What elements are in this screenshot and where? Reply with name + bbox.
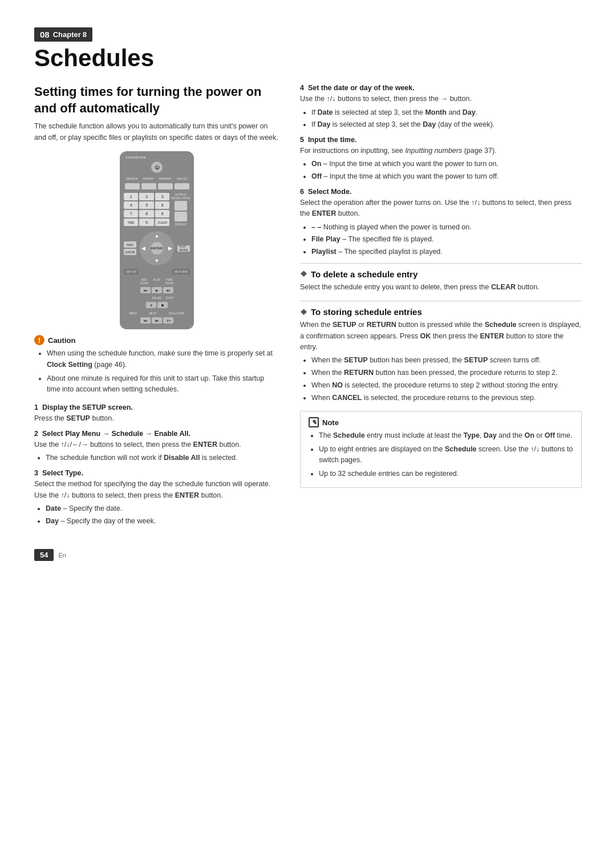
left-column: Setting times for turning the power on a… bbox=[34, 84, 279, 532]
arrow-down: ▼ bbox=[155, 258, 160, 264]
remote-body: STANDBY/ON ⏻ SEARCHREPEATMEMORYRECALL bbox=[120, 151, 194, 329]
num-time: TIME bbox=[124, 219, 138, 226]
note-icon: ✎ bbox=[309, 417, 319, 427]
search-button bbox=[125, 183, 140, 189]
step-3: 3 Select Type. Select the method for spe… bbox=[34, 469, 279, 526]
num-clear: CLEAR bbox=[155, 219, 169, 226]
to-store-title: To storing schedule entries bbox=[311, 307, 422, 317]
step-5: 5 Input the time. For instructions on in… bbox=[300, 136, 582, 182]
to-delete-body: Select the schedule entry you want to de… bbox=[300, 282, 582, 293]
num-7: 7 bbox=[124, 210, 138, 217]
step-5-body: For instructions on inputting, see Input… bbox=[300, 146, 582, 156]
still-step-button: ⏸▶ bbox=[163, 317, 173, 324]
page-title: Schedules bbox=[34, 45, 582, 71]
remote-control-illustration: STANDBY/ON ⏻ SEARCHREPEATMEMORYRECALL bbox=[34, 151, 279, 329]
note-header: ✎ Note bbox=[309, 417, 573, 427]
to-store-item-return: When the RETURN button has been pressed,… bbox=[311, 368, 582, 378]
function-buttons-row bbox=[124, 183, 190, 189]
page-layout: 08 Chapter 8 Schedules Setting times for… bbox=[34, 27, 582, 561]
numpad-area: 1 2 3 4 5 6 7 8 9 TIME 0 CLEAR bbox=[124, 193, 190, 226]
arrow-right: ▶ bbox=[168, 245, 172, 251]
setup-return-row: SETUP RETURN bbox=[124, 269, 190, 274]
arrow-up: ▲ bbox=[155, 233, 160, 239]
step-6-list: – – Nothing is played when the power is … bbox=[300, 222, 582, 257]
pause-stop-row: ⏸ ⏹ bbox=[124, 302, 190, 308]
caution-item-1: When using the schedule function, make s… bbox=[47, 348, 279, 370]
prev-next-labels: PREV NEXT STILL/STEP bbox=[124, 312, 190, 315]
chapter-word: 8 bbox=[83, 30, 87, 39]
divider-1 bbox=[300, 263, 582, 264]
num-4: 4 bbox=[124, 201, 138, 209]
output-resolution-label: OUTPUTRESOLUTION bbox=[171, 193, 190, 200]
step-5-heading: 5 Input the time. bbox=[300, 136, 582, 144]
display-button bbox=[175, 212, 187, 221]
to-store-intro: When the SETUP or RETURN button is press… bbox=[300, 320, 582, 353]
rev-scan-button: ⏮ bbox=[140, 287, 151, 293]
caution-label: Caution bbox=[48, 336, 75, 345]
caution-box: ! Caution When using the schedule functi… bbox=[34, 335, 279, 395]
nav-area: NAVI GATOR ▲ ▼ ◀ ▶ ENTER PLAYMODE bbox=[124, 230, 190, 266]
step-4-item-day: If Day is selected at step 3, set the Da… bbox=[311, 119, 582, 130]
step-2-list: The schedule function will not work if D… bbox=[34, 453, 279, 463]
section-title: Setting times for turning the power on a… bbox=[34, 84, 279, 116]
num-0: 0 bbox=[139, 219, 154, 226]
step-4-heading: 4 Set the date or day of the week. bbox=[300, 84, 582, 92]
to-store-heading: ❖ To storing schedule entries bbox=[300, 307, 582, 317]
step-4-body: Use the ↑/↓ buttons to select, then pres… bbox=[300, 94, 582, 104]
step-6: 6 Select Mode. Select the operation afte… bbox=[300, 188, 582, 257]
nav-label-center bbox=[139, 269, 172, 274]
standby-button: ⏻ bbox=[151, 161, 163, 173]
caution-header: ! Caution bbox=[34, 335, 279, 345]
step-4-list: If Date is selected at step 3, set the M… bbox=[300, 107, 582, 131]
two-column-layout: Setting times for turning the power on a… bbox=[34, 84, 582, 532]
recall-button bbox=[175, 183, 189, 189]
numpad: 1 2 3 4 5 6 7 8 9 TIME 0 CLEAR bbox=[124, 193, 169, 226]
diamond-icon-2: ❖ bbox=[300, 308, 307, 317]
standby-label: STANDBY/ON bbox=[124, 156, 145, 159]
next-button: ⏭ bbox=[152, 317, 162, 324]
step-6-item-fileplay: File Play – The specified file is played… bbox=[311, 234, 582, 245]
diamond-icon-1: ❖ bbox=[300, 269, 307, 278]
step-1: 1 Display the SETUP screen. Press the SE… bbox=[34, 403, 279, 424]
num-6: 6 bbox=[155, 201, 169, 209]
step-5-item-on: On – Input the time at which you want th… bbox=[311, 159, 582, 169]
divider-2 bbox=[300, 301, 582, 301]
note-item-2: Up to eight entries are displayed on the… bbox=[319, 444, 573, 466]
to-delete-title: To delete a schedule entry bbox=[311, 269, 418, 279]
num-3: 3 bbox=[155, 193, 169, 200]
caution-item-2: About one minute is required for this un… bbox=[47, 373, 279, 395]
num-2: 2 bbox=[139, 193, 154, 200]
step-6-body: Select the operation after the power tur… bbox=[300, 197, 582, 220]
to-delete-section: ❖ To delete a schedule entry Select the … bbox=[300, 269, 582, 293]
prev-button: ⏮ bbox=[140, 317, 151, 324]
to-store-list: When the SETUP button has been pressed, … bbox=[300, 355, 582, 403]
page-number: 54 bbox=[34, 549, 54, 561]
note-list: The Schedule entry must include at least… bbox=[309, 430, 573, 479]
step-2: 2 Select Play Menu → Schedule → Enable A… bbox=[34, 430, 279, 463]
num-9: 9 bbox=[155, 210, 169, 217]
step-3-body: Select the method for specifying the day… bbox=[34, 479, 279, 501]
gator-button: GATOR bbox=[124, 249, 136, 255]
caution-list: When using the schedule function, make s… bbox=[34, 348, 279, 395]
transport-row: ⏮ ▶ ⏭ bbox=[124, 287, 190, 293]
step-2-body: Use the ↑/↓/←/→ buttons to select, then … bbox=[34, 439, 279, 450]
step-3-item-day: Day – Specify the day of the week. bbox=[46, 516, 279, 527]
step-1-body: Press the SETUP button. bbox=[34, 413, 279, 424]
to-store-item-cancel: When CANCEL is selected, the procedure r… bbox=[311, 393, 582, 403]
pause-button: ⏸ bbox=[146, 302, 156, 308]
num-8: 8 bbox=[139, 210, 154, 217]
caution-icon: ! bbox=[34, 335, 44, 345]
pause-stop-labels: PAUSE STOP bbox=[124, 296, 190, 300]
output-resolution-button bbox=[175, 201, 187, 211]
setup-button: SETUP bbox=[124, 269, 139, 274]
step-5-list: On – Input the time at which you want th… bbox=[300, 159, 582, 182]
step-4-item-date: If Date is selected at step 3, set the M… bbox=[311, 107, 582, 118]
step-6-item-playlist: Playlist – The specified playlist is pla… bbox=[311, 247, 582, 257]
step-4: 4 Set the date or day of the week. Use t… bbox=[300, 84, 582, 130]
chapter-tag: 08 Chapter 8 bbox=[34, 27, 92, 42]
step-5-item-off: Off – Input the time at which you want t… bbox=[311, 171, 582, 182]
step-1-heading: 1 Display the SETUP screen. bbox=[34, 403, 279, 411]
enter-button: ENTER bbox=[151, 242, 163, 255]
right-column: 4 Set the date or day of the week. Use t… bbox=[300, 84, 582, 532]
step-3-item-date: Date – Specify the date. bbox=[46, 503, 279, 514]
